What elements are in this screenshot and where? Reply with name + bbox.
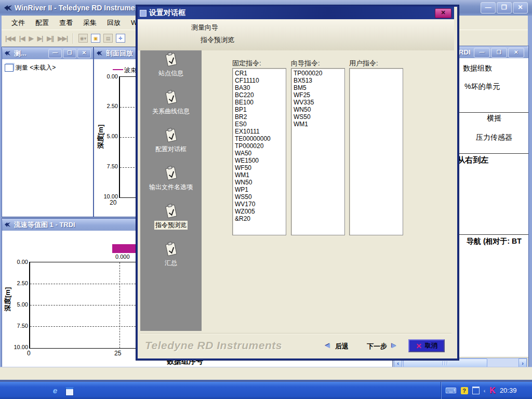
- menu-view[interactable]: 查看: [54, 16, 78, 30]
- step-forward-icon[interactable]: ▶|: [37, 35, 43, 42]
- step-site-info[interactable]: 站点信息: [158, 51, 183, 89]
- measurement-window: 测... — ❒ ✕ 测量 <未载入>: [2, 47, 94, 217]
- list-item[interactable]: WF50: [235, 164, 286, 171]
- maximize-button[interactable]: ❒: [63, 49, 76, 58]
- chevron-left-icon[interactable]: ‹: [484, 388, 486, 394]
- notes-icon[interactable]: ▤: [103, 34, 113, 43]
- fixed-commands-list[interactable]: CR1 CF11110 BA30 BC220 BE100 BP1 BR2 ES0…: [232, 68, 286, 235]
- dialog-close-icon[interactable]: ✕: [435, 8, 451, 18]
- list-item[interactable]: WZ005: [235, 208, 286, 215]
- maximize-button[interactable]: ❒: [497, 2, 512, 14]
- list-item[interactable]: BP1: [235, 106, 286, 113]
- close-button[interactable]: ✕: [77, 49, 91, 58]
- user-commands-list[interactable]: [349, 68, 403, 235]
- menu-playback[interactable]: 回放: [102, 16, 126, 30]
- menu-file[interactable]: 文件: [6, 16, 30, 30]
- measurement-title: 测...: [14, 49, 26, 58]
- wizard-commands-list[interactable]: TP000020 BX513 BM5 WF25 WV335 WN50 WS50 …: [291, 68, 345, 235]
- dialog-title: 设置对话框: [149, 8, 185, 18]
- list-item[interactable]: BX513: [294, 77, 344, 84]
- menu-acquire[interactable]: 采集: [78, 16, 102, 30]
- measurement-item[interactable]: 测量 <未载入>: [16, 63, 56, 72]
- step-command-preview[interactable]: 指令预浏览: [154, 203, 188, 241]
- next-arrow-icon[interactable]: ►: [390, 341, 398, 350]
- help-tray-icon[interactable]: ?: [461, 387, 468, 394]
- ytick: 2.50: [8, 280, 28, 286]
- close-button[interactable]: ✕: [508, 48, 524, 58]
- maximize-button[interactable]: ❒: [491, 48, 507, 58]
- clipboard-icon: [163, 203, 179, 220]
- list-item[interactable]: WM1: [235, 171, 286, 179]
- list-item[interactable]: WV335: [294, 99, 344, 106]
- gridline: [119, 262, 120, 348]
- list-item[interactable]: TP000020: [294, 70, 344, 77]
- list-item[interactable]: BR2: [235, 113, 286, 121]
- step-output-filename[interactable]: 输出文件名选项: [149, 165, 193, 203]
- brand-text: Teledyne RD Instruments: [145, 339, 282, 352]
- list-item[interactable]: BM5: [294, 84, 344, 91]
- back-arrow-icon[interactable]: ◄: [324, 341, 331, 350]
- quick-launch-icon[interactable]: [65, 387, 74, 396]
- antivirus-tray-icon[interactable]: K: [489, 386, 496, 395]
- list-item[interactable]: EX10111: [235, 128, 286, 135]
- list-item[interactable]: WM1: [294, 121, 344, 128]
- cancel-button[interactable]: ✕ 取消: [408, 339, 445, 352]
- close-button[interactable]: ✕: [513, 2, 528, 14]
- list-item[interactable]: WS50: [235, 193, 286, 201]
- step-config-dialog[interactable]: 配置对话框: [155, 127, 187, 165]
- list-item[interactable]: WN50: [294, 106, 344, 113]
- list-item[interactable]: WA50: [235, 150, 286, 157]
- play-icon[interactable]: ▶: [29, 35, 33, 42]
- list-item[interactable]: WP1: [235, 186, 286, 193]
- wizard-commands-label: 向导指令:: [291, 59, 320, 68]
- list-item[interactable]: TE00000000: [235, 135, 286, 142]
- ytick: 0.00: [100, 73, 118, 79]
- menu-configure[interactable]: 配置: [30, 16, 54, 30]
- minimize-button[interactable]: —: [474, 48, 490, 58]
- back-button[interactable]: 后退: [335, 342, 349, 351]
- dialog-titlebar[interactable]: 设置对话框 ✕: [138, 7, 454, 19]
- clipboard-icon: [163, 51, 179, 68]
- goto-last-icon[interactable]: ▶▶|: [58, 35, 68, 42]
- play-pause-icon[interactable]: ▶||: [47, 35, 54, 42]
- step-back-icon[interactable]: |◀: [19, 35, 25, 42]
- step-summary[interactable]: 汇总: [163, 241, 179, 279]
- list-item[interactable]: WS50: [294, 113, 344, 121]
- step-rating-info[interactable]: 关系曲线信息: [152, 89, 190, 127]
- keyboard-icon[interactable]: ⌨: [445, 386, 457, 395]
- next-button[interactable]: 下一步: [367, 342, 387, 351]
- list-item[interactable]: &R20: [235, 215, 286, 222]
- app-logo-icon: [96, 50, 103, 56]
- minimize-button[interactable]: —: [48, 49, 62, 58]
- minimize-button[interactable]: —: [481, 2, 496, 14]
- list-item[interactable]: WV170: [235, 201, 286, 208]
- profile-ylabel: 深度[m]: [96, 125, 105, 149]
- list-item[interactable]: ES0: [235, 121, 286, 128]
- measurement-titlebar[interactable]: 测... — ❒ ✕: [2, 47, 93, 59]
- properties-icon[interactable]: ▣: [91, 34, 100, 43]
- list-item[interactable]: WN50: [235, 179, 286, 186]
- toolbar-separator: [73, 33, 74, 44]
- list-item[interactable]: BC220: [235, 91, 286, 99]
- contour-ylabel: 深度[m]: [3, 287, 12, 311]
- clipboard-icon: [163, 241, 179, 258]
- list-item[interactable]: BA30: [235, 84, 286, 91]
- legend-line: [113, 69, 123, 70]
- list-item[interactable]: WE1500: [235, 157, 286, 164]
- list-item[interactable]: CR1: [235, 70, 286, 77]
- list-item[interactable]: CF11110: [235, 77, 286, 84]
- list-item[interactable]: WF25: [294, 91, 344, 99]
- label-pressure-sensor: 压力传感器: [476, 133, 512, 142]
- list-item[interactable]: BE100: [235, 99, 286, 106]
- ytick: 7.50: [100, 163, 118, 169]
- ytick: 10.00: [5, 344, 28, 350]
- label-bad-bins: %坏的单元: [464, 82, 500, 91]
- goto-first-icon[interactable]: |◀◀: [5, 35, 15, 42]
- pan-icon[interactable]: ✛: [116, 34, 125, 43]
- user-commands-label: 用户指令:: [349, 59, 378, 68]
- list-item[interactable]: TP000020: [235, 142, 286, 150]
- display-tray-icon[interactable]: [472, 387, 480, 394]
- internet-explorer-icon[interactable]: e: [53, 386, 57, 395]
- main-window-controls: — ❒ ✕: [481, 2, 528, 14]
- record-dropdown-icon[interactable]: ◉▾: [78, 34, 88, 43]
